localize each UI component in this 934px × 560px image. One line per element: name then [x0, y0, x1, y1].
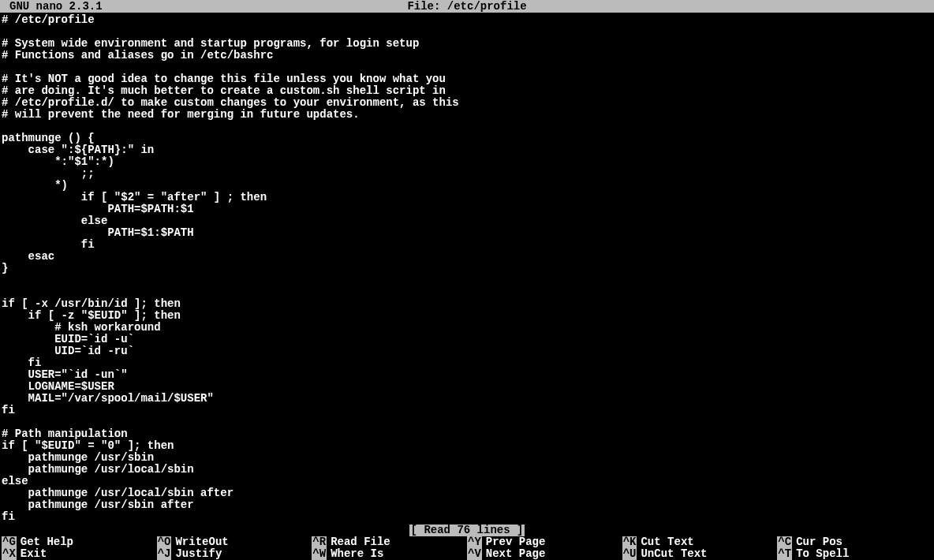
key-label: ^O	[157, 536, 172, 548]
action-label: UnCut Text	[641, 548, 707, 560]
action-label: Cut Text	[641, 536, 693, 548]
action-label: WriteOut	[175, 536, 228, 548]
key-label: ^C	[777, 536, 792, 548]
key-label: ^J	[157, 548, 172, 560]
title-bar: GNU nano 2.3.1 File: /etc/profile	[0, 0, 934, 13]
key-label: ^Y	[467, 536, 482, 548]
action-label: Where Is	[331, 548, 383, 560]
shortcut-next-page[interactable]: ^V Next Page	[467, 548, 622, 560]
shortcut-to-spell[interactable]: ^T To Spell	[777, 548, 932, 560]
shortcut-read-file[interactable]: ^R Read File	[312, 536, 467, 548]
action-label: Cur Pos	[796, 536, 842, 548]
action-label: To Spell	[796, 548, 849, 560]
action-label: Read File	[331, 536, 390, 548]
key-label: ^G	[2, 536, 17, 548]
key-label: ^T	[777, 548, 792, 560]
shortcut-exit[interactable]: ^X Exit	[2, 548, 157, 560]
key-label: ^W	[312, 548, 327, 560]
app-name: GNU nano 2.3.1	[2, 0, 103, 13]
shortcut-writeout[interactable]: ^O WriteOut	[157, 536, 312, 548]
shortcut-bar: ^G Get Help ^O WriteOut ^R Read File ^Y …	[0, 536, 934, 560]
key-label: ^K	[622, 536, 637, 548]
action-label: Prev Page	[486, 536, 546, 548]
key-label: ^R	[312, 536, 327, 548]
shortcut-prev-page[interactable]: ^Y Prev Page	[467, 536, 622, 548]
shortcut-cut-text[interactable]: ^K Cut Text	[622, 536, 778, 548]
key-label: ^V	[467, 548, 482, 560]
action-label: Get Help	[21, 536, 73, 548]
shortcut-justify[interactable]: ^J Justify	[157, 548, 312, 560]
key-label: ^X	[2, 548, 17, 560]
editor-content[interactable]: # /etc/profile # System wide environment…	[0, 13, 934, 525]
action-label: Justify	[175, 548, 222, 560]
action-label: Exit	[21, 548, 47, 560]
shortcut-cur-pos[interactable]: ^C Cur Pos	[777, 536, 932, 548]
status-bar: [ Read 76 lines ]	[0, 525, 934, 536]
file-name: File: /etc/profile	[407, 0, 526, 13]
status-message: [ Read 76 lines ]	[409, 525, 525, 536]
shortcut-where-is[interactable]: ^W Where Is	[312, 548, 467, 560]
shortcut-uncut-text[interactable]: ^U UnCut Text	[622, 548, 778, 560]
key-label: ^U	[622, 548, 637, 560]
shortcut-get-help[interactable]: ^G Get Help	[2, 536, 157, 548]
action-label: Next Page	[486, 548, 546, 560]
